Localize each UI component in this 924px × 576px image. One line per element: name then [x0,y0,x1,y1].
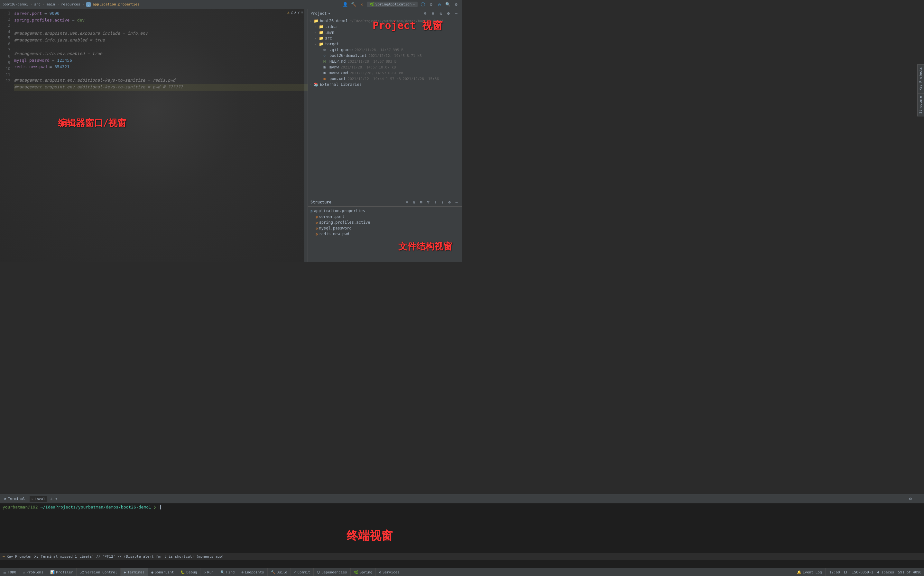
run-config-name: SpringApplication [375,2,412,6]
project-minimize-icon[interactable]: — [453,10,459,17]
ln-2: 2 [0,16,10,22]
sep2: › [42,2,45,6]
collapse-all-icon[interactable]: ≡ [430,10,436,17]
project-panel-header: Project ▾ ⊕ ≡ ⇅ ⚙ — [308,9,462,18]
extlibs-arrow: › [309,83,314,86]
tree-item-iml[interactable]: ◇ boot26-demo1.iml 2021/12/12, 19:45 8.7… [308,53,462,59]
warning-nav-down[interactable]: ∨ [298,10,300,14]
target-label: target [325,42,339,46]
warning-nav-up[interactable]: ∧ [294,10,296,14]
code-line-7: #management.info.env.enabled = true [14,50,308,57]
ln-12: 12 [0,78,10,84]
tree-item-mvnwcmd[interactable]: m mvnw.cmd 2021/11/28, 14:57 6.61 kB [308,70,462,76]
struct-item-profiles[interactable]: p spring.profiles.active [308,219,462,225]
mvn-label: .mvn [325,30,334,35]
struct-item-mysql[interactable]: p mysql.password [308,225,462,231]
tree-item-root[interactable]: ▾ 📁 boot26-demo1 ~/IdeaProjects/yourbatm… [308,18,462,24]
tree-item-mvnw[interactable]: m mvnw 2021/11/28, 14:57 10.07 kB [308,64,462,70]
structure-panel: Structure ≡ ⇅ ⊞ ▽ ↑ ↓ ⚙ — p application.… [308,198,462,262]
help-icon: M [323,59,329,64]
expand-icon[interactable]: ⇅ [438,10,444,17]
info-icon[interactable]: ⓘ [420,1,426,8]
sep1: › [30,2,32,6]
help-size: 893 B [386,59,396,64]
ln-5: 5 [0,35,10,41]
ln-8: 8 [0,53,10,59]
struct-expand-icon[interactable]: ⊞ [418,199,424,205]
editor-content[interactable]: ⚠ 2 ∧ ∨ ✕ 1 2 3 4 5 6 7 8 9 10 11 [0,9,308,262]
ln-6: 6 [0,41,10,47]
struct-p2-icon: p [316,221,318,225]
gitignore-label: .gitignore [329,48,353,52]
structure-title: Structure [310,200,331,205]
project-panel: Project ▾ ⊕ ≡ ⇅ ⚙ — ▾ 📁 boot26-demo1 ~/I… [308,9,462,198]
struct-props-icon: p [310,209,313,213]
tree-item-external-libs[interactable]: › 📚 External Libraries [308,82,462,88]
tree-item-idea[interactable]: › 📁 .idea [308,24,462,30]
root-folder-icon: 📁 [314,19,319,23]
iml-label: boot26-demo1.iml [329,53,367,58]
struct-sort-type-icon[interactable]: ⇅ [411,199,417,205]
tree-item-src[interactable]: ▾ 📁 src [308,35,462,41]
target-folder-icon: 📁 [319,42,324,46]
struct-sort-alpha-icon[interactable]: ≡ [404,199,410,205]
tree-item-pomxml[interactable]: m pom.xml 2021/12/12, 19:44 1.57 kB 2021… [308,76,462,82]
breadcrumb-main[interactable]: main [47,2,55,6]
extlibs-icon: 📚 [314,82,319,87]
warning-close[interactable]: ✕ [301,10,303,14]
tree-item-target[interactable]: ▾ 📁 target [308,41,462,47]
top-bar-right: 👤 🔨 ✕ 🌿 SpringApplication ▾ ⓘ ⚙ ◎ 🔍 ⚙ [342,1,459,8]
mvnwcmd-meta: 2021/11/28, 14:57 [350,71,387,75]
gear-icon[interactable]: ⚙ [453,1,459,8]
tree-item-gitignore[interactable]: ⚙ .gitignore 2021/11/28, 14:57 395 B [308,47,462,53]
breadcrumb-resources[interactable]: resources [61,2,80,6]
struct-item-props[interactable]: p application.properties [308,208,462,214]
search-everywhere-icon[interactable]: 🔍 [444,1,451,8]
struct-p3-icon: p [316,226,318,230]
pomxml-extra: 2021/12/28, 15:36 [403,77,439,81]
mvnw-label: mvnw [329,65,339,69]
warning-icon: ⚠ [287,10,290,14]
profile-icon[interactable]: 👤 [342,1,348,8]
pomxml-meta: 2021/12/12, 19:44 [348,77,384,81]
struct-filter-icon[interactable]: ▽ [425,199,431,205]
close-project-icon[interactable]: ✕ [359,1,365,8]
project-panel-title: Project [310,11,327,16]
project-settings-icon[interactable]: ⚙ [445,10,452,17]
mvnwcmd-icon: m [323,71,329,75]
struct-item-redis[interactable]: p redis-new.pwd [308,231,462,237]
mvnw-meta: 2021/11/28, 14:57 [341,65,377,69]
struct-settings-icon[interactable]: ⚙ [446,199,452,205]
tree-item-help[interactable]: M HELP.md 2021/11/28, 14:57 893 B [308,59,462,64]
idea-label: .idea [325,24,337,29]
editor-area: ⚠ 2 ∧ ∨ ✕ 1 2 3 4 5 6 7 8 9 10 11 [0,9,308,262]
tree-item-mvn[interactable]: › 📁 .mvn [308,30,462,35]
code-line-9: redis-new.pwd = 654321 [14,64,308,70]
pomxml-size: 1.57 kB [386,77,401,81]
ln-7: 7 [0,47,10,53]
main-area: ⚠ 2 ∧ ∨ ✕ 1 2 3 4 5 6 7 8 9 10 11 [0,9,462,262]
struct-p1-name: server.port [319,214,345,219]
top-navigation-bar: boot26-demo1 › src › main › resources › … [0,0,462,9]
project-tree: ▾ 📁 boot26-demo1 ~/IdeaProjects/yourbatm… [308,18,462,198]
locate-icon[interactable]: ⊕ [422,10,428,17]
hammer-icon[interactable]: 🔨 [350,1,357,8]
struct-down-icon[interactable]: ↓ [440,199,445,205]
ln-3: 3 [0,22,10,29]
code-line-4: #management.endpoints.web.exposure.inclu… [14,30,308,37]
breadcrumb-project[interactable]: boot26-demo1 [3,2,28,6]
breadcrumb-src[interactable]: src [34,2,40,6]
plugin-icon[interactable]: ◎ [436,1,443,8]
settings-icon[interactable]: ⚙ [428,1,434,8]
pomxml-icon: m [323,77,329,81]
struct-item-serverport[interactable]: p server.port [308,214,462,219]
code-line-6 [14,44,308,50]
mvnw-icon: m [323,65,329,69]
run-configuration[interactable]: 🌿 SpringApplication ▾ [367,2,418,7]
breadcrumb-file: application.properties [93,2,140,6]
struct-up-icon[interactable]: ↑ [432,199,438,205]
iml-icon: ◇ [323,53,329,58]
struct-minimize-icon[interactable]: — [454,199,459,205]
project-dropdown-icon[interactable]: ▾ [328,11,330,16]
code-lines[interactable]: server.port = 9090 spring.profiles.activ… [13,10,308,91]
